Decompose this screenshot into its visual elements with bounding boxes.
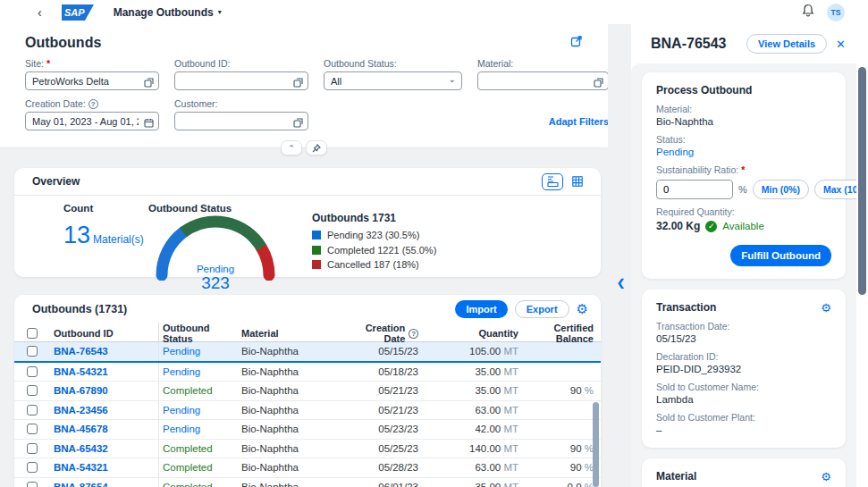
row-checkbox[interactable] <box>27 346 38 357</box>
table-row[interactable]: BNA-54321CompletedBio-Naphtha05/28/2363.… <box>14 458 601 478</box>
legend-item: Completed 1221 (55.0%) <box>312 245 436 256</box>
row-checkbox[interactable] <box>27 405 38 416</box>
available-check-icon: ✓ <box>705 221 717 232</box>
chart-view-toggle[interactable] <box>542 173 563 190</box>
user-avatar[interactable]: TS <box>827 4 845 21</box>
cell-material: Bio-Naphtha <box>238 424 340 434</box>
row-checkbox[interactable] <box>27 462 38 473</box>
cell-outbound-id[interactable]: BNA-54321 <box>50 458 159 477</box>
filter-customer: Customer: <box>174 98 308 130</box>
count-kpi: Count 13Material(s) <box>63 201 148 277</box>
cell-outbound-id[interactable]: BNA-87654 <box>50 478 159 487</box>
column-outbound-id[interactable]: Outbound ID <box>50 323 159 344</box>
value-help-icon[interactable] <box>293 115 303 131</box>
cell-certified-balance: 90 % <box>526 385 601 396</box>
export-button[interactable]: Export <box>515 300 569 318</box>
table-row[interactable]: BNA-67890CompletedBio-Naphtha05/21/2335.… <box>14 382 601 401</box>
table-header-row: Outbound ID Outbound Status Material Cre… <box>14 323 601 342</box>
transaction-field: Declaration ID:PEID-DID_293932 <box>656 351 831 374</box>
table-row[interactable]: BNA-65432CompletedBio-Naphtha05/25/23140… <box>14 440 601 459</box>
table-row[interactable]: BNA-45678PendingBio-Naphtha05/23/2342.00… <box>14 420 601 440</box>
sustainability-ratio-input[interactable] <box>656 180 733 199</box>
row-checkbox[interactable] <box>27 482 38 487</box>
share-icon[interactable] <box>570 35 583 51</box>
legend-swatch <box>312 246 321 255</box>
min-button[interactable]: Min (0%) <box>753 180 809 199</box>
required-marker: * <box>46 58 50 69</box>
overview-title: Overview <box>32 175 80 188</box>
view-details-button[interactable]: View Details <box>746 34 827 54</box>
import-button[interactable]: Import <box>455 300 507 318</box>
max-button[interactable]: Max (100%) <box>814 180 856 199</box>
table-view-toggle[interactable] <box>567 173 588 190</box>
overview-card: Overview <box>14 168 601 277</box>
transaction-settings-gear-icon[interactable]: ⚙ <box>821 302 831 314</box>
table-body: BNA-76543PendingBio-Naphtha05/15/23105.0… <box>14 342 601 487</box>
value-help-icon[interactable] <box>594 75 603 91</box>
cell-outbound-id[interactable]: BNA-45678 <box>50 420 159 439</box>
value-help-icon[interactable] <box>293 75 303 91</box>
process-outbound-card: Process Outbound Material: Bio-Naphtha S… <box>642 72 846 279</box>
calendar-icon[interactable] <box>144 115 154 131</box>
table-row[interactable]: BNA-54321PendingBio-Naphtha05/18/2335.00… <box>14 363 601 382</box>
field-label: Sold to Customer Plant: <box>656 412 831 423</box>
table-settings-gear-icon[interactable]: ⚙ <box>577 302 588 315</box>
cell-outbound-id[interactable]: BNA-76543 <box>50 342 159 361</box>
help-icon[interactable]: ? <box>409 329 418 339</box>
row-checkbox[interactable] <box>27 424 38 434</box>
page-scrollbar-thumb[interactable] <box>858 67 866 295</box>
table-row[interactable]: BNA-76543PendingBio-Naphtha05/15/23105.0… <box>14 342 601 363</box>
outbound-id-input[interactable] <box>174 71 308 90</box>
site-input[interactable] <box>25 71 159 90</box>
value-help-icon[interactable] <box>144 75 154 91</box>
collapse-filter-bar-button[interactable]: ⌃ <box>281 140 302 155</box>
chevron-down-icon[interactable]: ⌄ <box>449 74 456 84</box>
column-outbound-status[interactable]: Outbound Status <box>159 323 238 344</box>
expand-panel-chevron-icon[interactable]: ❮ <box>617 277 625 289</box>
site-label: Site: <box>25 58 44 69</box>
outbound-status-select[interactable] <box>324 71 462 90</box>
cell-outbound-id[interactable]: BNA-65432 <box>50 440 159 458</box>
cell-material: Bio-Naphtha <box>238 405 340 416</box>
status-field-value: Pending <box>656 147 831 157</box>
material-settings-gear-icon[interactable]: ⚙ <box>821 471 831 483</box>
column-creation-date[interactable]: Creation Date? <box>340 323 426 344</box>
table-row[interactable]: BNA-87654CompletedBio-Naphtha06/01/2335.… <box>14 478 601 487</box>
row-checkbox[interactable] <box>27 443 38 454</box>
transaction-card: Transaction ⚙ Transaction Date:05/15/23D… <box>642 290 846 448</box>
column-quantity[interactable]: Quantity <box>426 328 526 339</box>
detail-panel: BNA-76543 View Details ✕ Process Outboun… <box>631 24 856 487</box>
field-value: PEID-DID_293932 <box>656 364 831 374</box>
legend-item: Cancelled 187 (18%) <box>312 259 436 270</box>
adapt-filters-link[interactable]: Adapt Filters <box>549 116 609 130</box>
select-all-checkbox[interactable] <box>27 328 38 339</box>
cell-quantity: 105.00 MT <box>426 346 526 357</box>
creation-date-input[interactable] <box>25 112 159 130</box>
notifications-bell-icon[interactable] <box>802 4 814 21</box>
close-panel-icon[interactable]: ✕ <box>836 38 846 51</box>
field-value: 05/15/23 <box>656 333 831 344</box>
material-input[interactable] <box>477 71 609 90</box>
panel-body: Process Outbound Material: Bio-Naphtha S… <box>631 63 856 487</box>
fulfill-outbound-button[interactable]: Fulfill Outbound <box>730 245 831 266</box>
cell-quantity: 63.00 MT <box>426 405 526 416</box>
table-row[interactable]: BNA-23456PendingBio-Naphtha05/21/2363.00… <box>14 401 601 421</box>
row-checkbox[interactable] <box>27 385 38 396</box>
back-button[interactable]: ‹ <box>30 5 49 20</box>
cell-outbound-id[interactable]: BNA-23456 <box>50 401 159 420</box>
outbound-status-gauge: Outbound Status Pending 323 <box>148 201 287 277</box>
column-material[interactable]: Material <box>238 328 340 339</box>
legend-item: Pending 323 (30.5%) <box>312 230 436 240</box>
app-title[interactable]: Manage Outbounds <box>114 6 214 19</box>
cell-outbound-id[interactable]: BNA-54321 <box>50 363 159 382</box>
table-scrollbar-thumb[interactable] <box>593 402 599 487</box>
cell-outbound-id[interactable]: BNA-67890 <box>50 382 159 400</box>
page-scrollbar[interactable] <box>856 24 868 487</box>
pin-filter-bar-button[interactable] <box>306 140 327 155</box>
row-checkbox[interactable] <box>27 366 38 377</box>
help-icon[interactable]: ? <box>88 99 98 109</box>
column-certified-balance[interactable]: Certified Balance <box>526 323 601 344</box>
customer-input[interactable] <box>174 112 308 130</box>
app-title-caret-icon[interactable]: ▾ <box>218 8 222 16</box>
shell-bar: ‹ SAP Manage Outbounds ▾ TS <box>0 0 868 24</box>
